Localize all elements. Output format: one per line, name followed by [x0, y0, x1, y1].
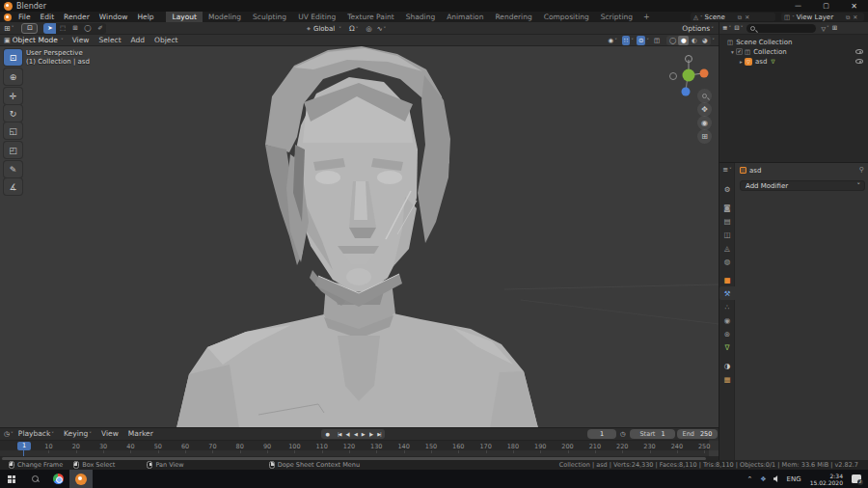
- outliner-display-mode[interactable]: ≣˅: [722, 24, 731, 32]
- new-scene-icon[interactable]: ⧉: [738, 14, 742, 21]
- jump-to-next-keyframe-button[interactable]: |▶: [366, 431, 375, 437]
- select-mode-tweak[interactable]: ➤: [43, 23, 56, 34]
- play-reverse-button[interactable]: ◀: [351, 431, 359, 437]
- properties-tab-output[interactable]: ▤: [719, 214, 735, 228]
- proportional-editing-icon[interactable]: ◎: [366, 25, 372, 33]
- shading-wireframe[interactable]: ◯: [667, 36, 678, 45]
- properties-tab-tool[interactable]: ⚙: [719, 182, 735, 196]
- orientation-label[interactable]: Global: [313, 25, 335, 33]
- current-frame-indicator[interactable]: 1: [17, 442, 31, 450]
- viewport-menu-object[interactable]: Object: [149, 35, 182, 45]
- taskbar-blender-button[interactable]: [69, 470, 93, 488]
- blender-app-menu-icon[interactable]: [4, 14, 12, 21]
- unlink-scene-icon[interactable]: ✕: [745, 14, 749, 20]
- outliner-search-input[interactable]: [746, 24, 816, 33]
- workspace-tab-uv-editing[interactable]: UV Editing: [292, 12, 341, 22]
- filter-funnel-icon[interactable]: ▽˅: [821, 25, 828, 32]
- frame-end-field[interactable]: End 250: [677, 429, 718, 439]
- properties-tab-render[interactable]: ◙: [719, 201, 735, 214]
- select-mode-select-box-new[interactable]: ⊞: [68, 23, 81, 34]
- timeline-menu-marker[interactable]: Marker: [123, 428, 158, 440]
- 3d-viewport[interactable]: User Perspective (1) Collection | asd ⊡⊕…: [0, 46, 719, 427]
- shading-solid[interactable]: ●: [678, 36, 689, 45]
- transform-orientation-icon[interactable]: ⌖: [307, 25, 311, 33]
- volume-icon[interactable]: [773, 475, 780, 482]
- xray-toggle[interactable]: ◫: [652, 36, 662, 45]
- workspace-tab-texture-paint[interactable]: Texture Paint: [341, 12, 399, 22]
- pin-icon[interactable]: ⚲: [859, 166, 864, 174]
- collection-checkbox[interactable]: ✓: [736, 48, 743, 55]
- editor-type-selector[interactable]: ⊞˅: [4, 24, 14, 33]
- workspace-tab-scripting[interactable]: Scripting: [595, 12, 638, 22]
- select-mode-select-box[interactable]: ⬚: [56, 23, 68, 34]
- timeline-ruler[interactable]: 1 10203040506070809010011012013014015016…: [0, 440, 719, 450]
- disclosure-triangle-icon[interactable]: ▸: [738, 59, 745, 65]
- new-view-layer-icon[interactable]: ⧉: [846, 14, 850, 21]
- workspace-tab-animation[interactable]: Animation: [441, 12, 489, 22]
- jump-to-start-button[interactable]: |◀: [335, 431, 343, 437]
- tool-rotate[interactable]: ↻: [4, 105, 22, 122]
- shading-rendered[interactable]: ◕: [699, 36, 710, 45]
- close-button[interactable]: ✕: [840, 0, 868, 12]
- minimize-button[interactable]: —: [784, 0, 812, 12]
- properties-tab-object[interactable]: ■: [719, 273, 735, 286]
- menubar-item-help[interactable]: Help: [132, 12, 158, 22]
- outliner-filter-id-type[interactable]: ⊟˅: [734, 24, 743, 32]
- editor-type-timeline[interactable]: ◷˅: [4, 430, 14, 438]
- properties-tab-world[interactable]: ◍: [719, 255, 735, 268]
- tray-expand-chevron[interactable]: ⌃: [746, 475, 752, 483]
- select-mode-select-circle[interactable]: ◯: [81, 23, 94, 34]
- workspace-tab-sculpting[interactable]: Sculpting: [247, 12, 292, 22]
- outliner-row-asd[interactable]: ▸ ▽ asd ∇: [719, 57, 868, 66]
- maximize-button[interactable]: ▢: [812, 0, 840, 12]
- scene-selector[interactable]: ◬ ˅ Scene ⧉ ✕: [691, 13, 775, 21]
- options-button[interactable]: Options ˅: [682, 23, 714, 34]
- workspace-tab-layout[interactable]: Layout: [166, 12, 203, 22]
- menubar-item-window[interactable]: Window: [95, 12, 133, 22]
- viewport-menu-add[interactable]: Add: [126, 35, 150, 45]
- tool-measure[interactable]: ∡: [4, 178, 22, 195]
- mode-selector[interactable]: ▣ Object Mode ˅: [4, 36, 64, 44]
- menubar-item-file[interactable]: File: [14, 12, 36, 22]
- disclosure-triangle-icon[interactable]: ▾: [729, 49, 736, 55]
- active-tool-button[interactable]: ⊡: [21, 23, 38, 34]
- workspace-tab-shading[interactable]: Shading: [400, 12, 441, 22]
- keying-clock-icon[interactable]: ◷: [620, 430, 626, 438]
- perspective-toggle-button[interactable]: ⊞: [697, 129, 712, 144]
- menubar-item-render[interactable]: Render: [59, 12, 95, 22]
- timeline-menu-playback[interactable]: Playback˅: [14, 428, 59, 440]
- snap-magnet-icon[interactable]: Ω: [349, 24, 355, 33]
- select-mode-select-lasso[interactable]: ✐: [94, 23, 106, 34]
- tool-scale[interactable]: ◱: [4, 122, 22, 139]
- language-indicator[interactable]: ENG: [787, 475, 801, 483]
- show-gizmo-toggle[interactable]: ∷: [622, 36, 630, 45]
- outliner-row-scene-collection[interactable]: ◫ Scene Collection: [719, 38, 868, 46]
- taskbar-clock[interactable]: 2:34 15.02.2020: [810, 473, 843, 486]
- editor-type-selector[interactable]: ≡˅: [720, 166, 734, 174]
- tool-annotate[interactable]: ✎: [4, 161, 22, 177]
- workspace-tab-compositing[interactable]: Compositing: [538, 12, 595, 22]
- timeline-menu-keying[interactable]: Keying˅: [59, 428, 96, 440]
- tool-select-box[interactable]: ⊡: [4, 49, 22, 66]
- add-modifier-dropdown[interactable]: Add Modifier ˅: [740, 180, 865, 191]
- zoom-button[interactable]: [697, 89, 712, 103]
- properties-tab-physics[interactable]: ◉: [719, 313, 735, 327]
- action-center-icon[interactable]: 2: [852, 474, 861, 483]
- frame-start-field[interactable]: Start 1: [630, 429, 675, 439]
- jump-to-end-button[interactable]: ▶|: [375, 431, 384, 437]
- add-workspace-button[interactable]: +: [638, 12, 655, 22]
- remove-view-layer-icon[interactable]: ✕: [853, 14, 857, 20]
- tray-app-icon[interactable]: ❖: [760, 475, 766, 483]
- play-button[interactable]: ▶: [359, 431, 366, 437]
- show-overlays-toggle[interactable]: ⊙: [637, 36, 645, 45]
- properties-tab-material[interactable]: ◑: [719, 359, 735, 372]
- current-frame-field[interactable]: 1: [587, 429, 616, 439]
- taskbar-chrome-button[interactable]: [46, 470, 69, 488]
- pan-button[interactable]: ✥: [697, 102, 712, 117]
- tool-cursor[interactable]: ⊕: [4, 68, 22, 85]
- jump-to-prev-keyframe-button[interactable]: ◀|: [343, 431, 352, 437]
- viewport-menu-view[interactable]: View: [68, 35, 95, 45]
- properties-tab-scene[interactable]: ◬: [719, 241, 735, 255]
- properties-tab-object-data[interactable]: ∇: [719, 340, 735, 354]
- workspace-tab-rendering[interactable]: Rendering: [489, 12, 537, 22]
